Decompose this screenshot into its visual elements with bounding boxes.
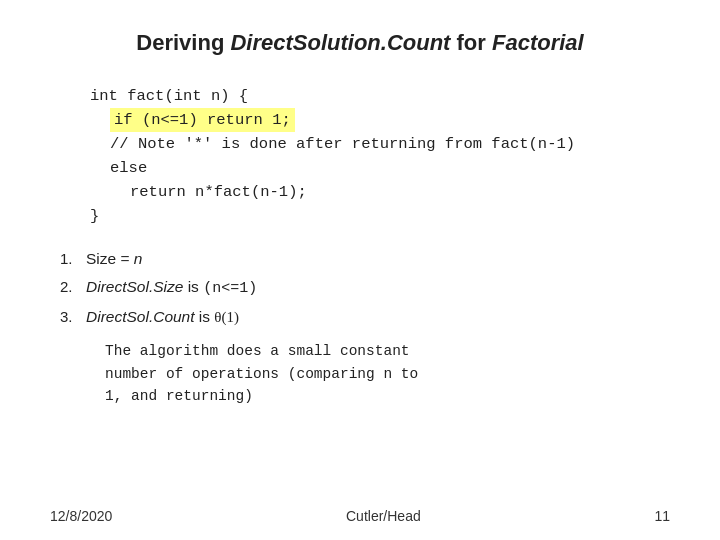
point-3-theta: θ(1) xyxy=(214,309,239,325)
point-3-middle: is xyxy=(195,308,215,325)
point-2-text: DirectSol.Size is (n<=1) xyxy=(86,274,257,302)
point-2-code: (n<=1) xyxy=(203,280,257,297)
slide-title: Deriving DirectSolution.Count for Factor… xyxy=(50,30,670,56)
point-1-prefix: Size = xyxy=(86,250,134,267)
description-paragraph: The algorithm does a small constant numb… xyxy=(105,340,670,407)
highlighted-code: if (n<=1) return 1; xyxy=(110,108,295,132)
footer-author: Cutler/Head xyxy=(346,508,421,524)
title-prefix: Deriving xyxy=(136,30,230,55)
point-3-text: DirectSol.Count is θ(1) xyxy=(86,304,239,331)
code-line-6: } xyxy=(90,204,670,228)
point-1-text: Size = n xyxy=(86,246,142,272)
point-2-middle: is xyxy=(183,278,203,295)
para-line-2: number of operations (comparing n to xyxy=(105,363,670,385)
point-1-italic: n xyxy=(134,250,143,267)
title-suffix: for xyxy=(450,30,492,55)
point-1-num: 1. xyxy=(60,246,80,272)
code-line-2: if (n<=1) return 1; xyxy=(110,108,670,132)
point-3-italic: DirectSol.Count xyxy=(86,308,195,325)
code-line-1: int fact(int n) { xyxy=(90,84,670,108)
point-3-num: 3. xyxy=(60,304,80,330)
point-2-italic: DirectSol.Size xyxy=(86,278,183,295)
point-2-num: 2. xyxy=(60,274,80,300)
footer-date: 12/8/2020 xyxy=(50,508,112,524)
para-line-3: 1, and returning) xyxy=(105,385,670,407)
para-line-1: The algorithm does a small constant xyxy=(105,340,670,362)
point-1: 1. Size = n xyxy=(60,246,670,272)
code-line-5: return n*fact(n-1); xyxy=(130,180,670,204)
point-2: 2. DirectSol.Size is (n<=1) xyxy=(60,274,670,302)
footer-page: 11 xyxy=(654,508,670,524)
title-italic1: DirectSolution.Count xyxy=(230,30,450,55)
code-line-3: // Note '*' is done after returning from… xyxy=(110,132,670,156)
code-block: int fact(int n) { if (n<=1) return 1; //… xyxy=(90,84,670,228)
footer: 12/8/2020 Cutler/Head 11 xyxy=(0,508,720,524)
points-list: 1. Size = n 2. DirectSol.Size is (n<=1) … xyxy=(60,246,670,330)
slide: Deriving DirectSolution.Count for Factor… xyxy=(0,0,720,540)
title-italic2: Factorial xyxy=(492,30,584,55)
code-line-4: else xyxy=(110,156,670,180)
point-3: 3. DirectSol.Count is θ(1) xyxy=(60,304,670,331)
